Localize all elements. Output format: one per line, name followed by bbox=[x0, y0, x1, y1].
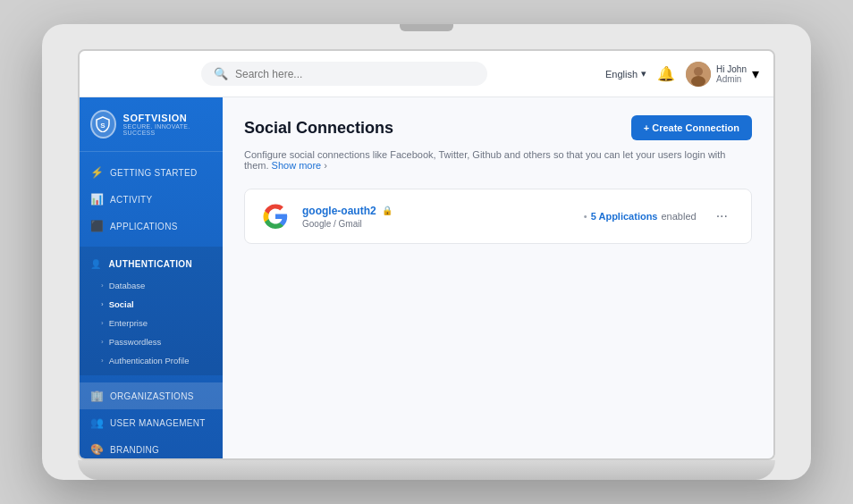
user-management-icon: 👥 bbox=[90, 416, 103, 429]
more-options-button[interactable]: ··· bbox=[709, 205, 735, 228]
sidebar-item-user-management[interactable]: 👥 USER MANAGEMENT bbox=[80, 409, 223, 436]
chevron-right-icon: › bbox=[101, 300, 104, 308]
show-more-link[interactable]: Show more bbox=[272, 160, 322, 171]
user-greeting: Hi John bbox=[716, 64, 747, 74]
apps-count: 5 Applications bbox=[591, 211, 658, 222]
sidebar-label-user-management: USER MANAGEMENT bbox=[110, 418, 206, 428]
laptop-base bbox=[78, 460, 775, 480]
avatar bbox=[686, 62, 711, 87]
organizations-icon: 🏢 bbox=[90, 390, 103, 402]
sidebar-item-organizations[interactable]: 🏢 ORGANIZASTIONS bbox=[80, 382, 223, 409]
connection-card: google-oauth2 🔒 Google / Gmail • 5 Appli… bbox=[244, 189, 752, 244]
chevron-right-icon: › bbox=[101, 319, 104, 327]
logo-title: SOFTVISION bbox=[123, 113, 212, 123]
connection-apps: • 5 Applications enabled bbox=[584, 211, 697, 222]
main-content: Social Connections + Create Connection C… bbox=[223, 97, 773, 458]
sidebar-item-social[interactable]: › Social bbox=[80, 295, 223, 314]
nav-section-bottom: 🏢 ORGANIZASTIONS 👥 USER MANAGEMENT 🎨 BRA… bbox=[80, 375, 223, 458]
branding-icon: 🎨 bbox=[90, 443, 103, 456]
search-input[interactable] bbox=[235, 68, 475, 80]
connection-provider: Google / Gmail bbox=[302, 219, 571, 229]
sidebar-item-enterprise[interactable]: › Enterprise bbox=[80, 314, 223, 332]
app-shell: S SOFTVISION SECURE. INNOVATE. SUCCESS ⚡… bbox=[80, 97, 773, 458]
sidebar-label-activity: ACTIVITY bbox=[110, 195, 152, 205]
sidebar-label-getting-started: GETTING STARTED bbox=[110, 168, 197, 178]
sidebar-item-branding[interactable]: 🎨 BRANDING bbox=[80, 436, 223, 458]
sidebar-item-database[interactable]: › Database bbox=[80, 276, 223, 295]
sidebar-label-organizations: ORGANIZASTIONS bbox=[110, 391, 194, 401]
avatar-image bbox=[686, 62, 711, 87]
user-role: Admin bbox=[716, 74, 747, 84]
google-logo-icon bbox=[261, 202, 290, 231]
chevron-right-icon: › bbox=[101, 357, 104, 365]
chevron-right-icon: › bbox=[101, 338, 104, 346]
sidebar-item-applications[interactable]: ⬛ APPLICATIONS bbox=[80, 213, 223, 239]
bullet-icon: • bbox=[584, 211, 587, 222]
logo-text: SOFTVISION SECURE. INNOVATE. SUCCESS bbox=[123, 113, 212, 136]
laptop-screen: 🔍 English ▾ 🔔 bbox=[78, 49, 775, 460]
svg-text:S: S bbox=[101, 122, 106, 130]
connection-name: google-oauth2 bbox=[302, 205, 376, 217]
notification-icon[interactable]: 🔔 bbox=[657, 65, 675, 82]
sidebar-label-branding: BRANDING bbox=[110, 445, 159, 455]
top-bar: 🔍 English ▾ 🔔 bbox=[80, 51, 773, 97]
language-label: English bbox=[605, 69, 638, 80]
svg-point-2 bbox=[691, 76, 705, 87]
sidebar: S SOFTVISION SECURE. INNOVATE. SUCCESS ⚡… bbox=[80, 97, 223, 458]
page-description: Configure social connections like Facebo… bbox=[244, 149, 752, 171]
user-text: Hi John Admin bbox=[716, 64, 747, 84]
shield-icon: S bbox=[95, 116, 111, 132]
chevron-right-icon: › bbox=[324, 160, 327, 171]
connection-info: google-oauth2 🔒 Google / Gmail bbox=[302, 205, 571, 229]
page-title: Social Connections bbox=[244, 119, 393, 138]
getting-started-icon: ⚡ bbox=[90, 166, 103, 179]
svg-point-1 bbox=[694, 67, 703, 76]
laptop-notch bbox=[400, 24, 453, 31]
user-info[interactable]: Hi John Admin ▾ bbox=[686, 62, 759, 87]
auth-label: AUTHENTICATION bbox=[108, 259, 192, 269]
auth-section: 👤 AUTHENTICATION › Database › Social › E… bbox=[80, 247, 223, 375]
page-header: Social Connections + Create Connection bbox=[244, 115, 752, 140]
logo-icon: S bbox=[90, 110, 116, 139]
search-box[interactable]: 🔍 bbox=[201, 62, 487, 86]
top-bar-right: English ▾ 🔔 Hi John Admin bbox=[605, 62, 759, 87]
sidebar-label-applications: APPLICATIONS bbox=[110, 222, 178, 231]
logo-area: S SOFTVISION SECURE. INNOVATE. SUCCESS bbox=[80, 97, 223, 152]
chevron-down-icon: ▾ bbox=[641, 68, 646, 80]
nav-section-top: ⚡ GETTING STARTED 📊 ACTIVITY ⬛ APPLICATI… bbox=[80, 152, 223, 247]
connection-name-row: google-oauth2 🔒 bbox=[302, 205, 571, 217]
logo-subtitle: SECURE. INNOVATE. SUCCESS bbox=[123, 123, 212, 136]
search-icon: 🔍 bbox=[214, 67, 228, 80]
sidebar-item-getting-started[interactable]: ⚡ GETTING STARTED bbox=[80, 159, 223, 186]
apps-suffix: enabled bbox=[662, 211, 697, 222]
user-menu-chevron: ▾ bbox=[752, 65, 759, 82]
language-selector[interactable]: English ▾ bbox=[605, 68, 646, 80]
sidebar-item-activity[interactable]: 📊 ACTIVITY bbox=[80, 186, 223, 213]
auth-header[interactable]: 👤 AUTHENTICATION bbox=[80, 252, 223, 276]
applications-icon: ⬛ bbox=[90, 220, 103, 232]
auth-icon: 👤 bbox=[90, 259, 101, 269]
create-connection-button[interactable]: + Create Connection bbox=[631, 115, 752, 140]
activity-icon: 📊 bbox=[90, 193, 103, 206]
chevron-right-icon: › bbox=[101, 281, 104, 290]
lock-badge-icon: 🔒 bbox=[382, 206, 393, 215]
sidebar-item-passwordless[interactable]: › Passwordless bbox=[80, 332, 223, 351]
sidebar-item-auth-profile[interactable]: › Authentication Profile bbox=[80, 351, 223, 370]
